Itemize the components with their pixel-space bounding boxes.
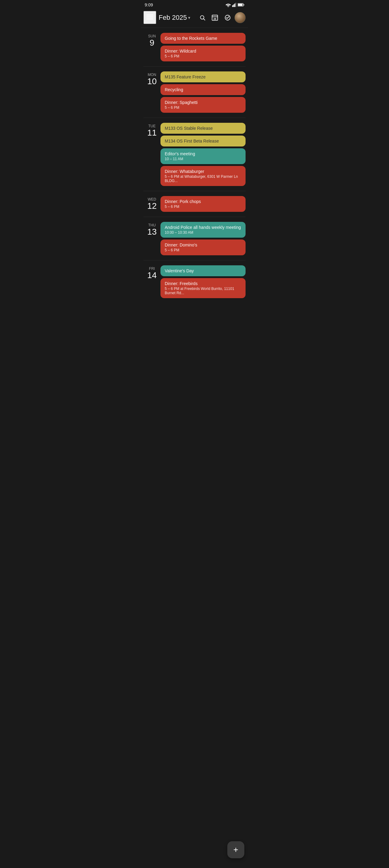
event-time: 10 – 11 AM bbox=[165, 157, 241, 161]
day-section-12: Wed12Dinner: Pork chops5 – 6 PM bbox=[142, 194, 247, 214]
event-card[interactable]: Dinner: Wildcard5 – 6 PM bbox=[160, 45, 246, 61]
day-name-text: Sun bbox=[148, 34, 156, 38]
day-label-9: Sun9 bbox=[143, 33, 160, 61]
calendar-today-button[interactable]: 26 bbox=[209, 12, 221, 23]
signal-icon bbox=[232, 3, 236, 7]
event-time: 5 – 6 PM bbox=[165, 205, 241, 209]
day-section-10: Mon10M135 Feature FreezeRecyclingDinner:… bbox=[142, 69, 247, 115]
event-title: Editor's meeting bbox=[165, 151, 241, 156]
event-time: 5 – 6 PM bbox=[165, 248, 241, 252]
event-title: Dinner: Pork chops bbox=[165, 199, 241, 204]
event-card[interactable]: Dinner: Pork chops5 – 6 PM bbox=[160, 196, 246, 212]
day-name-text: Wed bbox=[148, 197, 156, 202]
event-card[interactable]: Valentine's Day bbox=[160, 265, 246, 276]
event-card[interactable]: M135 Feature Freeze bbox=[160, 71, 246, 82]
day-number-text: 13 bbox=[147, 227, 157, 237]
event-card[interactable]: Dinner: Domino's5 – 6 PM bbox=[160, 240, 246, 255]
day-number-text: 12 bbox=[147, 202, 157, 211]
svg-rect-8 bbox=[147, 17, 153, 18]
header: Feb 2025 ▾ 26 bbox=[140, 8, 249, 28]
day-divider bbox=[143, 66, 246, 67]
svg-rect-9 bbox=[147, 19, 153, 20]
day-name-text: Fri bbox=[149, 267, 155, 271]
battery-icon bbox=[238, 3, 244, 7]
day-section-11: Tue11M133 OS Stable ReleaseM134 OS First… bbox=[142, 120, 247, 188]
day-label-10: Mon10 bbox=[143, 71, 160, 113]
day-label-14: Fri14 bbox=[143, 265, 160, 298]
search-button[interactable] bbox=[197, 12, 208, 23]
event-title: Dinner: Whataburger bbox=[165, 169, 241, 174]
day-label-12: Wed12 bbox=[143, 196, 160, 212]
svg-rect-7 bbox=[147, 14, 153, 16]
event-title: Dinner: Wildcard bbox=[165, 49, 241, 54]
event-title: Recycling bbox=[165, 87, 241, 92]
day-section-13: Thu13Android Police all hands weekly mee… bbox=[142, 219, 247, 258]
tasks-button[interactable] bbox=[222, 12, 233, 23]
day-number-text: 10 bbox=[147, 77, 157, 86]
status-bar: 9:09 bbox=[140, 0, 249, 8]
events-column: Dinner: Pork chops5 – 6 PM bbox=[160, 196, 246, 212]
svg-line-11 bbox=[204, 19, 205, 20]
event-title: Android Police all hands weekly meeting bbox=[165, 225, 241, 230]
event-card[interactable]: Editor's meeting10 – 11 AM bbox=[160, 148, 246, 164]
day-label-11: Tue11 bbox=[143, 123, 160, 186]
event-card[interactable]: M134 OS First Beta Release bbox=[160, 135, 246, 147]
day-divider bbox=[143, 260, 246, 260]
day-divider bbox=[143, 217, 246, 217]
day-divider bbox=[143, 191, 246, 191]
event-card[interactable]: M133 OS Stable Release bbox=[160, 123, 246, 134]
events-column: M133 OS Stable ReleaseM134 OS First Beta… bbox=[160, 123, 246, 186]
event-card[interactable]: Dinner: Whataburger5 – 6 PM at Whataburg… bbox=[160, 166, 246, 186]
day-number-text: 9 bbox=[150, 38, 154, 48]
add-event-fab[interactable]: + bbox=[227, 841, 244, 858]
avatar[interactable] bbox=[235, 12, 246, 23]
svg-rect-1 bbox=[233, 5, 234, 7]
events-column: Android Police all hands weekly meeting1… bbox=[160, 222, 246, 255]
event-card[interactable]: Android Police all hands weekly meeting1… bbox=[160, 222, 246, 238]
event-title: Dinner: Domino's bbox=[165, 243, 241, 247]
day-section-9: Sun9Going to the Rockets GameDinner: Wil… bbox=[142, 30, 247, 64]
event-card[interactable]: Dinner: Spaghetti5 – 6 PM bbox=[160, 97, 246, 113]
day-number-text: 11 bbox=[147, 128, 157, 138]
svg-rect-3 bbox=[235, 3, 236, 7]
menu-button[interactable] bbox=[143, 11, 156, 24]
event-card[interactable]: Recycling bbox=[160, 84, 246, 95]
event-title: Valentine's Day bbox=[165, 268, 241, 273]
svg-rect-6 bbox=[244, 4, 244, 5]
events-column: M135 Feature FreezeRecyclingDinner: Spag… bbox=[160, 71, 246, 113]
event-title: M133 OS Stable Release bbox=[165, 126, 241, 131]
day-section-14: Fri14Valentine's DayDinner: Freebirds5 –… bbox=[142, 263, 247, 301]
event-time: 10:00 – 10:30 AM bbox=[165, 230, 241, 235]
day-label-13: Thu13 bbox=[143, 222, 160, 255]
events-column: Going to the Rockets GameDinner: Wildcar… bbox=[160, 33, 246, 61]
event-time: 5 – 6 PM bbox=[165, 105, 241, 110]
header-actions: 26 bbox=[197, 12, 246, 23]
dropdown-arrow: ▾ bbox=[188, 15, 190, 20]
month-year-title[interactable]: Feb 2025 ▾ bbox=[159, 14, 195, 22]
event-title: Dinner: Spaghetti bbox=[165, 100, 241, 105]
event-title: M135 Feature Freeze bbox=[165, 74, 241, 79]
event-title: M134 OS First Beta Release bbox=[165, 138, 241, 144]
event-time: 5 – 6 PM bbox=[165, 54, 241, 58]
svg-rect-0 bbox=[232, 5, 233, 7]
day-name-text: Tue bbox=[148, 124, 156, 128]
wifi-icon bbox=[226, 3, 231, 7]
day-divider bbox=[143, 118, 246, 118]
header-divider bbox=[141, 28, 248, 28]
status-icons bbox=[226, 3, 244, 7]
day-name-text: Thu bbox=[148, 223, 156, 227]
event-time: 5 – 6 PM at Whataburger, 6301 W Parmer L… bbox=[165, 175, 241, 183]
svg-rect-2 bbox=[234, 4, 235, 7]
day-number-text: 14 bbox=[147, 271, 157, 280]
event-card[interactable]: Going to the Rockets Game bbox=[160, 33, 246, 44]
month-year-text: Feb 2025 bbox=[159, 14, 187, 22]
calendar-content: Sun9Going to the Rockets GameDinner: Wil… bbox=[140, 30, 249, 301]
event-title: Dinner: Freebirds bbox=[165, 281, 241, 286]
event-title: Going to the Rockets Game bbox=[165, 36, 241, 41]
svg-text:26: 26 bbox=[213, 18, 216, 20]
status-time: 9:09 bbox=[145, 2, 153, 7]
event-time: 5 – 6 PM at Freebirds World Burrito, 111… bbox=[165, 287, 241, 295]
svg-rect-5 bbox=[238, 4, 242, 6]
day-name-text: Mon bbox=[148, 73, 156, 77]
event-card[interactable]: Dinner: Freebirds5 – 6 PM at Freebirds W… bbox=[160, 278, 246, 298]
